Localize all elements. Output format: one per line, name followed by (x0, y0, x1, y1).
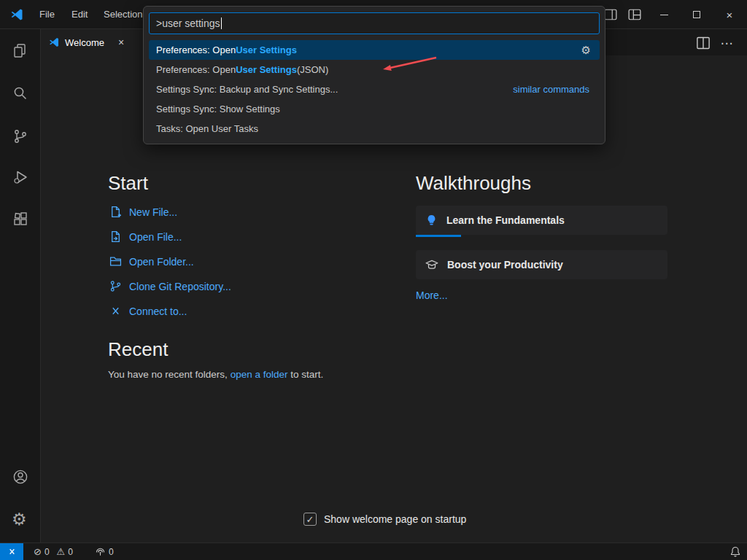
tab-close-icon[interactable]: × (118, 36, 124, 48)
command-input-value: >user settings (156, 18, 220, 29)
clone-repo-link[interactable]: Clone Git Repository... (109, 277, 231, 295)
palette-item-show-settings[interactable]: Settings Sync: Show Settings (149, 99, 600, 119)
tab-welcome[interactable]: Welcome × (41, 29, 149, 55)
walkthrough-progress-bar (416, 235, 461, 237)
split-editor-icon[interactable] (696, 36, 711, 50)
remote-icon (7, 547, 17, 556)
account-icon[interactable] (12, 468, 29, 486)
source-control-icon[interactable] (12, 128, 29, 145)
palette-item-open-user-settings[interactable]: Preferences: Open User Settings ⚙ (149, 40, 600, 60)
recent-pre-text: You have no recent folders, (108, 369, 231, 380)
status-bar: ⊘ 0 ⚠ 0 0 (0, 542, 747, 560)
activity-bar: ⚙ (0, 29, 41, 542)
problems-indicator[interactable]: ⊘ 0 ⚠ 0 (34, 543, 73, 560)
item-match-text: User Settings (236, 64, 297, 75)
open-folder-icon (109, 255, 122, 268)
git-clone-icon (109, 280, 122, 292)
new-file-link[interactable]: New File... (109, 203, 231, 221)
menu-edit[interactable]: Edit (66, 0, 93, 29)
command-palette-list: Preferences: Open User Settings ⚙ Prefer… (149, 40, 600, 139)
link-label: Open File... (129, 231, 182, 243)
run-debug-icon[interactable] (12, 168, 29, 186)
warnings-icon: ⚠ (57, 547, 66, 556)
errors-count: 0 (44, 547, 50, 557)
tab-label: Welcome (65, 37, 104, 48)
item-text: Tasks: Open User Tasks (156, 123, 258, 134)
mortar-board-icon (425, 258, 438, 271)
show-welcome-checkbox[interactable]: ✓ (303, 513, 317, 526)
open-a-folder-link[interactable]: open a folder (231, 369, 288, 380)
palette-item-backup-sync-settings[interactable]: Settings Sync: Backup and Sync Settings.… (149, 79, 600, 99)
ports-radio-icon (95, 546, 106, 557)
link-label: New File... (129, 206, 177, 218)
search-icon[interactable] (12, 85, 29, 102)
palette-item-open-user-tasks[interactable]: Tasks: Open User Tasks (149, 119, 600, 139)
item-text: Preferences: Open (156, 64, 236, 75)
maximize-button[interactable] (681, 0, 713, 29)
errors-icon: ⊘ (34, 547, 42, 556)
start-links: New File... Open File... Open Folder... (109, 203, 231, 320)
palette-item-open-user-settings-json[interactable]: Preferences: Open User Settings (JSON) (149, 60, 600, 79)
recent-post-text: to start. (287, 369, 323, 380)
walkthroughs-heading: Walkthroughs (416, 172, 531, 195)
explorer-icon[interactable] (12, 42, 29, 60)
link-label: Connect to... (129, 306, 187, 317)
minimize-icon (660, 15, 668, 15)
extensions-icon[interactable] (12, 211, 29, 228)
item-text: Settings Sync: Backup and Sync Settings.… (156, 84, 338, 95)
remote-indicator[interactable] (0, 543, 23, 560)
start-heading: Start (108, 172, 148, 195)
link-label: Open Folder... (129, 256, 194, 268)
similar-commands-link[interactable]: similar commands (513, 84, 589, 95)
show-welcome-label: Show welcome page on startup (324, 513, 466, 525)
welcome-startup-option: ✓ Show welcome page on startup (303, 513, 466, 526)
link-label: Clone Git Repository... (129, 281, 231, 292)
walkthrough-fundamentals-card[interactable]: Learn the Fundamentals (416, 206, 667, 235)
toggle-panel-icon[interactable] (604, 8, 617, 21)
lightbulb-icon (425, 214, 438, 227)
open-folder-link[interactable]: Open Folder... (109, 252, 231, 271)
settings-gear-icon[interactable]: ⚙ (12, 510, 29, 528)
command-palette: >user settings Preferences: Open User Se… (143, 6, 605, 144)
open-file-icon (109, 230, 122, 243)
editor-more-actions-icon[interactable]: ⋯ (719, 36, 734, 50)
ports-indicator[interactable]: 0 (95, 543, 114, 560)
new-file-icon (109, 206, 122, 218)
text-caret (221, 18, 222, 29)
recent-heading: Recent (108, 338, 168, 361)
maximize-icon (693, 11, 700, 18)
walkthrough-card-label: Boost your Productivity (447, 259, 563, 271)
configure-keybinding-gear-icon[interactable]: ⚙ (581, 44, 591, 57)
warnings-count: 0 (68, 547, 73, 557)
walkthrough-card-label: Learn the Fundamentals (446, 214, 565, 226)
item-text: (JSON) (297, 64, 328, 75)
recent-empty-text: You have no recent folders, open a folde… (108, 369, 323, 380)
vscode-tab-icon (48, 36, 60, 48)
menu-selection[interactable]: Selection (98, 0, 148, 29)
walkthroughs-more-link[interactable]: More... (416, 289, 448, 301)
command-palette-input[interactable]: >user settings (149, 12, 600, 34)
menu-file[interactable]: File (34, 0, 61, 29)
item-text: Preferences: Open (156, 44, 236, 55)
open-file-link[interactable]: Open File... (109, 228, 231, 246)
walkthrough-productivity-card[interactable]: Boost your Productivity (416, 250, 667, 279)
close-button[interactable]: × (713, 0, 746, 29)
item-match-text: User Settings (236, 44, 297, 55)
notifications-bell-icon[interactable] (729, 546, 741, 558)
vscode-logo-icon (9, 7, 24, 22)
minimize-button[interactable] (648, 0, 680, 29)
connect-to-link[interactable]: Connect to... (109, 302, 231, 320)
ports-count: 0 (109, 547, 114, 557)
remote-connect-icon (109, 305, 122, 317)
item-text: Settings Sync: Show Settings (156, 104, 280, 114)
customize-layout-icon[interactable] (628, 8, 641, 21)
